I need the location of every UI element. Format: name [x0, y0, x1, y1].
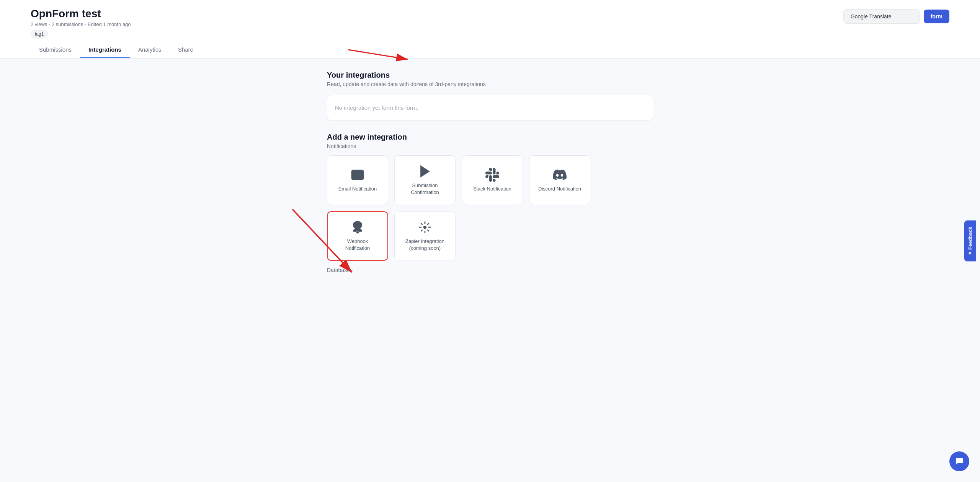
- your-integrations-section: Your integrations Read, update and creat…: [327, 71, 653, 120]
- submission-card-label: SubmissionConfirmation: [411, 182, 439, 196]
- svg-line-11: [421, 223, 422, 225]
- zapier-icon: [418, 220, 432, 234]
- top-area: OpnForm test 2 views - 2 submissions - E…: [0, 0, 980, 59]
- add-integration-section: Add a new integration Notifications Emai…: [327, 133, 653, 273]
- chat-button[interactable]: [949, 451, 969, 471]
- integration-cards-grid: Email Notification SubmissionConfirmatio…: [327, 155, 653, 261]
- slack-card-label: Slack Notification: [473, 186, 511, 192]
- translate-dropdown[interactable]: Google Translate: [843, 9, 920, 24]
- tab-share[interactable]: Share: [170, 42, 202, 58]
- email-icon: [351, 168, 364, 182]
- notifications-category-label: Notifications: [327, 143, 653, 149]
- form-title: OpnForm test: [31, 8, 131, 20]
- main-content: Your integrations Read, update and creat…: [318, 59, 662, 285]
- your-integrations-subtitle: Read, update and create data with dozens…: [327, 81, 653, 87]
- svg-point-6: [424, 226, 426, 228]
- svg-line-14: [421, 230, 422, 231]
- email-card-label: Email Notification: [338, 186, 377, 192]
- integration-card-slack[interactable]: Slack Notification: [462, 155, 523, 205]
- svg-marker-2: [421, 166, 429, 176]
- open-form-button[interactable]: form: [924, 10, 949, 23]
- top-actions: Google Translate form: [843, 9, 949, 24]
- slack-icon: [485, 168, 499, 182]
- discord-icon: [553, 168, 567, 182]
- integration-card-email[interactable]: Email Notification: [327, 155, 388, 205]
- no-integration-message: No integration yet form this form.: [327, 95, 653, 120]
- integration-card-zapier[interactable]: Zapier Integration(coming soon): [394, 211, 456, 261]
- feedback-button[interactable]: ✦ Feedback: [964, 221, 976, 262]
- tab-analytics[interactable]: Analytics: [130, 42, 170, 58]
- chat-icon: [955, 457, 964, 466]
- tag-badge[interactable]: tag1: [31, 30, 48, 38]
- your-integrations-title: Your integrations: [327, 71, 653, 80]
- svg-line-12: [427, 230, 429, 231]
- webhook-card-label: WebhookNotification: [345, 238, 370, 252]
- form-info: OpnForm test 2 views - 2 submissions - E…: [31, 8, 131, 38]
- nav-tabs: Submissions Integrations Analytics Share: [31, 42, 949, 58]
- form-meta: 2 views - 2 submissions - Edited 1 month…: [31, 21, 131, 27]
- tab-integrations[interactable]: Integrations: [80, 42, 130, 58]
- zapier-card-label: Zapier Integration(coming soon): [405, 238, 444, 252]
- integration-card-webhook[interactable]: WebhookNotification: [327, 211, 388, 261]
- databases-category-label: Databases: [327, 267, 653, 273]
- submission-icon: [418, 164, 432, 178]
- add-integration-title: Add a new integration: [327, 133, 653, 142]
- webhook-icon: [351, 220, 364, 234]
- svg-line-13: [427, 223, 429, 225]
- integration-card-submission[interactable]: SubmissionConfirmation: [394, 155, 456, 205]
- tab-submissions[interactable]: Submissions: [31, 42, 80, 58]
- discord-card-label: Discord Notification: [538, 186, 581, 192]
- integration-card-discord[interactable]: Discord Notification: [529, 155, 590, 205]
